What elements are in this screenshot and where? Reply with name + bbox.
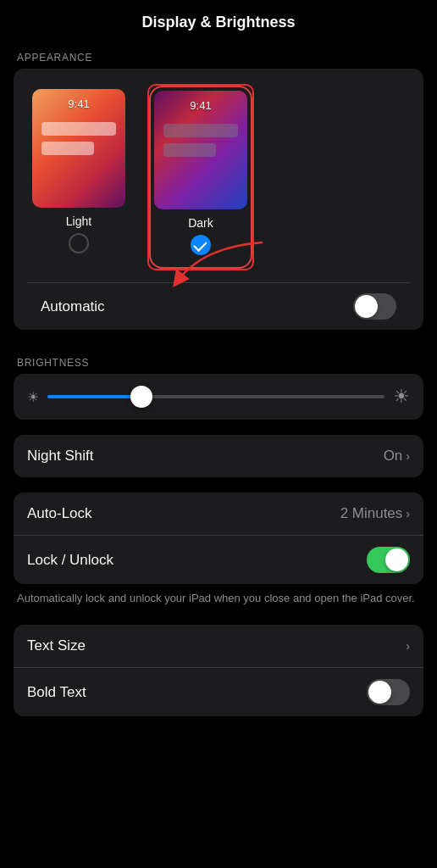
text-size-chevron: › [406, 639, 410, 653]
light-check [69, 233, 89, 253]
lock-unlock-note: Automatically lock and unlock your iPad … [0, 584, 437, 609]
brightness-thumb[interactable] [130, 386, 152, 408]
night-shift-label: Night Shift [27, 448, 93, 465]
auto-lock-value: 2 Minutes › [340, 505, 410, 522]
automatic-toggle[interactable] [353, 293, 396, 320]
bold-text-toggle[interactable] [367, 679, 410, 705]
brightness-fill [47, 395, 141, 398]
brightness-section-label: BRIGHTNESS [0, 345, 437, 374]
auto-lock-label: Auto-Lock [27, 505, 92, 522]
brightness-low-icon: ☀ [27, 389, 39, 405]
page-title: Display & Brightness [0, 0, 437, 40]
dark-card-bar-2 [163, 143, 216, 157]
brightness-high-icon: ☀ [393, 386, 410, 408]
light-mockup: 9:41 [32, 89, 125, 208]
bold-text-thumb [368, 681, 391, 704]
text-size-label: Text Size [27, 637, 86, 654]
brightness-card: ☀ ☀ [14, 374, 423, 420]
dark-mockup: 9:41 [154, 91, 247, 209]
bold-text-label: Bold Text [27, 684, 86, 701]
appearance-card: 9:41 Light 9: [14, 69, 423, 330]
light-card-bar-2 [41, 142, 94, 155]
light-card-bar-1 [41, 122, 116, 136]
night-shift-row[interactable]: Night Shift On › [14, 435, 423, 477]
night-shift-card: Night Shift On › [14, 435, 423, 477]
light-mockup-time: 9:41 [68, 97, 89, 110]
automatic-row: Automatic [27, 283, 410, 330]
lock-unlock-label: Lock / Unlock [27, 552, 113, 569]
automatic-label: Automatic [41, 298, 105, 315]
lock-card: Auto-Lock 2 Minutes › Lock / Unlock [14, 492, 423, 584]
night-shift-value: On › [384, 448, 410, 465]
lock-unlock-thumb [385, 548, 408, 571]
night-shift-chevron: › [406, 449, 410, 463]
lock-unlock-toggle[interactable] [367, 547, 410, 573]
text-card: Text Size › Bold Text [14, 625, 423, 716]
dark-card-bar-1 [163, 124, 238, 137]
lock-unlock-row: Lock / Unlock [14, 536, 423, 584]
dark-mockup-time: 9:41 [190, 99, 211, 112]
light-appearance-option[interactable]: 9:41 Light [32, 89, 125, 262]
appearance-section-label: APPEARANCE [0, 40, 437, 69]
brightness-slider[interactable] [47, 395, 384, 398]
dark-appearance-option[interactable]: 9:41 Dark [154, 91, 247, 264]
bold-text-row: Bold Text [14, 668, 423, 716]
text-size-row[interactable]: Text Size › [14, 625, 423, 667]
auto-lock-chevron: › [406, 507, 410, 520]
dark-check [191, 235, 211, 255]
auto-lock-row[interactable]: Auto-Lock 2 Minutes › [14, 492, 423, 535]
light-label: Light [66, 214, 91, 228]
automatic-toggle-thumb [355, 295, 378, 318]
dark-label: Dark [188, 216, 213, 230]
